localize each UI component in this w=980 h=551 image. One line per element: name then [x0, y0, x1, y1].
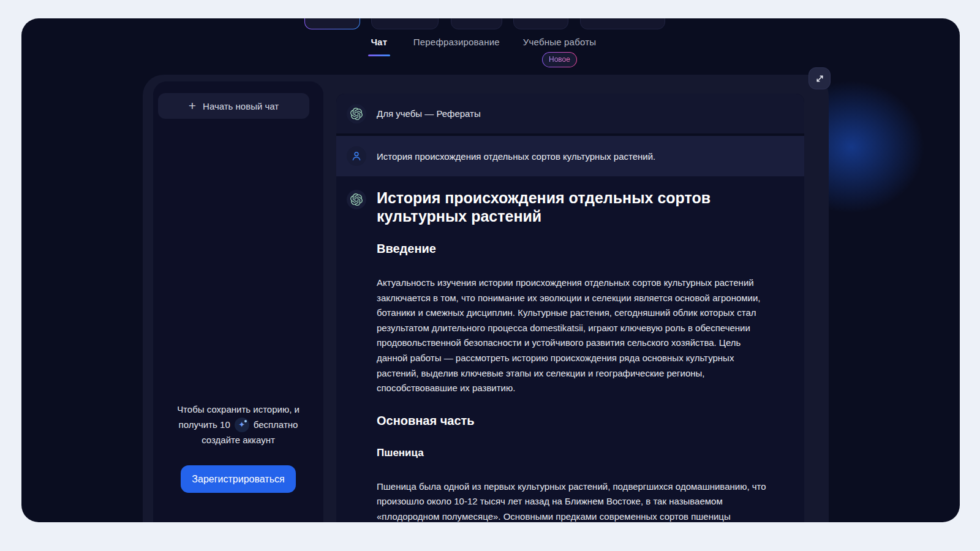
article-title: История происхождения отдельных сортов к…: [377, 189, 774, 225]
tab-chat[interactable]: Чат: [368, 37, 390, 56]
tab-chat-label: Чат: [371, 37, 387, 47]
mode-card-partial[interactable]: [371, 18, 439, 29]
mode-card-partial[interactable]: [580, 18, 665, 29]
promo-line-1: Чтобы сохранить историю, и: [153, 402, 323, 417]
assistant-message: История происхождения отдельных сортов к…: [336, 176, 804, 522]
article-heading-intro: Введение: [377, 241, 774, 256]
sparkle-credit-icon: ✦: [235, 418, 249, 432]
chat-title: Для учебы — Рефераты: [377, 108, 481, 119]
user-icon: [350, 150, 363, 162]
active-tab-underline: [368, 54, 390, 56]
expand-icon: [815, 73, 825, 84]
openai-logo-icon: [350, 108, 363, 120]
mode-card-partial[interactable]: [513, 18, 568, 29]
chat-header-row: Для учебы — Рефераты: [336, 94, 804, 133]
article-heading-wheat: Пшеница: [377, 446, 774, 460]
tab-bar: Чат Перефразирование Учебные работы Ново…: [21, 37, 943, 67]
signup-promo: Чтобы сохранить историю, и получить 10 ✦…: [153, 402, 323, 448]
chat-panel: Для учебы — Рефераты История происхожден…: [336, 94, 804, 522]
register-button[interactable]: Зарегистрироваться: [181, 465, 296, 493]
sidebar: + Начать новый чат Чтобы сохранить истор…: [153, 81, 323, 522]
expand-button[interactable]: [809, 67, 831, 89]
user-avatar: [347, 146, 366, 166]
new-chat-button[interactable]: + Начать новый чат: [158, 93, 309, 119]
app-frame: + Начать новый чат Чтобы сохранить истор…: [143, 75, 829, 522]
tab-paraphrase-label: Перефразирование: [413, 37, 500, 47]
mode-card-partial-active[interactable]: [304, 18, 360, 29]
assistant-avatar: [347, 190, 366, 209]
article-heading-main: Основная часть: [377, 413, 774, 428]
tab-academic-label: Учебные работы: [523, 37, 596, 47]
assistant-avatar: [347, 104, 366, 124]
promo-line-3: создайте аккаунт: [153, 432, 323, 448]
new-badge: Новое: [542, 52, 577, 67]
app-window: Чат Перефразирование Учебные работы Ново…: [21, 18, 960, 522]
openai-logo-icon: [350, 193, 363, 206]
tab-paraphrase[interactable]: Перефразирование: [413, 37, 500, 47]
user-message: История происхождения отдельных сортов к…: [377, 151, 655, 162]
plus-icon: +: [189, 99, 196, 112]
new-chat-label: Начать новый чат: [203, 101, 279, 111]
user-message-row: История происхождения отдельных сортов к…: [336, 136, 804, 176]
article-paragraph-intro: Актуальность изучения истории происхожде…: [377, 276, 774, 396]
promo-line-2: получить 10 ✦ бесплатно: [153, 417, 323, 432]
tab-academic[interactable]: Учебные работы Новое: [523, 37, 596, 67]
article-paragraph-wheat: Пшеница была одной из первых культурных …: [377, 479, 774, 522]
mode-card-partial[interactable]: [451, 18, 502, 29]
